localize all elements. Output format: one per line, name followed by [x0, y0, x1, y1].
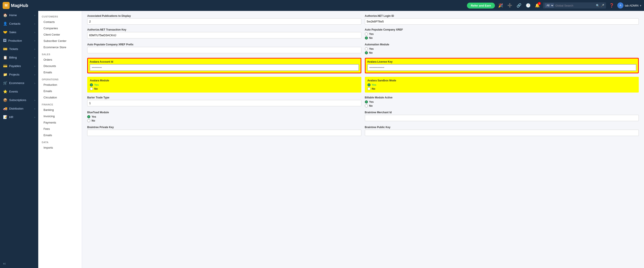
avalara-module-no-radio[interactable]: [90, 87, 93, 90]
menu-section-sales: SALES: [38, 50, 82, 57]
avalara-account-input[interactable]: [90, 64, 359, 71]
authorize-key-group: Authorize.NET Transaction Key: [87, 28, 361, 39]
logo-text: MagHub: [11, 3, 28, 8]
chevron-right-icon: ›: [34, 14, 35, 16]
menu-item-sales-emails[interactable]: Emails: [38, 69, 82, 76]
billable-module-no-radio[interactable]: [365, 104, 368, 107]
billable-module-no[interactable]: No: [365, 104, 639, 107]
avalara-module-yes-radio[interactable]: [90, 83, 93, 86]
auto-populate-xref-yes-radio[interactable]: [365, 32, 368, 36]
sidebar-item-subscriptions[interactable]: 📦 Subscriptions ›: [0, 96, 38, 104]
avalara-sandbox-label: Avalara Sandbox Mode: [368, 79, 636, 82]
clock-icon-button[interactable]: 🕐: [525, 2, 532, 9]
user-chevron-icon: ▾: [640, 4, 642, 7]
sidebar-item-projects[interactable]: 📁 Projects ›: [0, 70, 38, 79]
braintree-private-label: Braintree Private Key: [87, 126, 361, 129]
notification-button[interactable]: 🔔 3: [534, 2, 541, 9]
sidebar-item-home[interactable]: 🏠 Home ›: [0, 11, 38, 19]
sidebar-item-label: Projects: [9, 73, 20, 76]
auto-populate-xref-no[interactable]: No: [365, 36, 639, 39]
menu-panel: CUSTOMERS Contacts Companies Client Cent…: [38, 11, 82, 268]
menu-item-fees[interactable]: Fees: [38, 126, 82, 132]
party-icon-button[interactable]: 🎉: [497, 2, 504, 9]
menu-item-subscriber-center[interactable]: Subscriber Center: [38, 38, 82, 44]
bluetoad-no[interactable]: No: [87, 119, 361, 122]
billable-module-yes-radio[interactable]: [365, 100, 368, 104]
auto-populate-xref-no-radio[interactable]: [365, 36, 368, 39]
barter-trade-input[interactable]: [87, 100, 361, 106]
associated-publications-input[interactable]: [87, 18, 361, 25]
bluetoad-label: BlueToad Module: [87, 111, 361, 114]
menu-item-contacts[interactable]: Contacts: [38, 19, 82, 25]
help-button[interactable]: ❓: [608, 2, 615, 9]
avalara-module-yes[interactable]: Yes: [90, 83, 359, 86]
sidebar-item-hr[interactable]: 📝 HR ›: [0, 113, 38, 121]
bluetoad-yes-radio[interactable]: [87, 115, 90, 118]
sidebar-item-label: Production: [8, 39, 22, 42]
sidebar-item-ecommerce[interactable]: 🛒 Ecommerce ›: [0, 79, 38, 87]
authorize-login-input[interactable]: [365, 18, 639, 25]
automation-module-no[interactable]: No: [365, 51, 639, 54]
avalara-sandbox-yes-radio[interactable]: [368, 83, 370, 86]
automation-module-yes-radio[interactable]: [365, 47, 368, 50]
automation-module-yes[interactable]: Yes: [365, 47, 639, 50]
avalara-sandbox-no[interactable]: No: [368, 87, 636, 90]
braintree-merchant-input[interactable]: [365, 115, 639, 121]
sidebar-item-production[interactable]: 🖼 Production ›: [0, 36, 38, 45]
auto-populate-xref-yes[interactable]: Yes: [365, 32, 639, 36]
auto-populate-prefix-input[interactable]: [87, 47, 361, 53]
menu-item-orders[interactable]: Orders: [38, 57, 82, 63]
avalara-license-input[interactable]: [367, 64, 636, 71]
link-icon-button[interactable]: 🔗: [516, 2, 522, 9]
menu-item-ecommerce-store[interactable]: Ecommerce Store: [38, 44, 82, 50]
user-label: tab ADMIN: [625, 4, 638, 7]
sidebar-item-payables[interactable]: 💳 Payables ›: [0, 62, 38, 70]
avalara-module-no[interactable]: No: [90, 87, 359, 90]
user-menu[interactable]: A tab ADMIN ▾: [617, 2, 642, 8]
menu-item-production[interactable]: Production: [38, 82, 82, 88]
sidebar-item-contacts[interactable]: 👤 Contacts ›: [0, 19, 38, 28]
avalara-sandbox-no-radio[interactable]: [368, 87, 370, 90]
authorize-login-label: Authorize.NET Login ID: [365, 14, 639, 17]
billable-module-label: Billable Module Active: [365, 96, 639, 99]
menu-item-circulation[interactable]: Circulation: [38, 94, 82, 101]
authorize-key-input[interactable]: [87, 32, 361, 38]
auto-populate-xref-radio-group: Yes No: [365, 32, 639, 39]
mic-icon[interactable]: 🎤: [601, 4, 604, 7]
menu-item-companies[interactable]: Companies: [38, 25, 82, 31]
billing-icon: 📋: [3, 55, 8, 60]
braintree-private-input[interactable]: [87, 130, 361, 136]
sidebar-item-sales[interactable]: 🤝 Sales ›: [0, 28, 38, 36]
menu-item-ops-emails[interactable]: Emails: [38, 88, 82, 94]
menu-item-discounts[interactable]: Discounts: [38, 63, 82, 69]
sidebar-item-events[interactable]: ⭐ Events: [0, 87, 38, 96]
sidebar-item-label: Sales: [9, 30, 16, 34]
menu-item-payments[interactable]: Payments: [38, 119, 82, 126]
menu-item-client-center[interactable]: Client Center: [38, 31, 82, 38]
refer-earn-button[interactable]: Refer and Earn: [467, 2, 495, 8]
notification-badge: 3: [538, 2, 541, 5]
bluetoad-no-radio[interactable]: [87, 119, 90, 122]
avalara-sandbox-yes[interactable]: Yes: [368, 83, 636, 86]
menu-item-imports[interactable]: Imports: [38, 144, 82, 151]
logo[interactable]: M MagHub: [2, 2, 31, 9]
sidebar-item-distribution[interactable]: 🚚 Distribution ›: [0, 104, 38, 113]
search-input[interactable]: [555, 4, 594, 7]
auto-populate-xref-label: Auto Populate Company XREF: [365, 28, 639, 31]
sidebar-item-tickets[interactable]: 🎫 Tickets ›: [0, 45, 38, 53]
braintree-public-input[interactable]: [365, 130, 639, 136]
search-scope-select[interactable]: All: [545, 3, 554, 8]
sidebar-collapse-button[interactable]: ‹‹: [0, 259, 38, 268]
menu-item-finance-emails[interactable]: Emails: [38, 132, 82, 138]
chevron-right-icon: ›: [34, 48, 35, 50]
automation-module-no-radio[interactable]: [365, 51, 368, 54]
menu-item-banking[interactable]: Banking: [38, 107, 82, 113]
bluetoad-yes[interactable]: Yes: [87, 115, 361, 118]
menu-item-invoicing[interactable]: Invoicing: [38, 113, 82, 119]
search-icon[interactable]: 🔍: [596, 4, 600, 7]
payables-icon: 💳: [3, 64, 8, 68]
add-icon-button[interactable]: ➕: [506, 2, 513, 9]
billable-module-yes[interactable]: Yes: [365, 100, 639, 104]
sidebar-item-billing[interactable]: 📋 Billing ›: [0, 53, 38, 62]
automation-module-radio-group: Yes No: [365, 47, 639, 54]
